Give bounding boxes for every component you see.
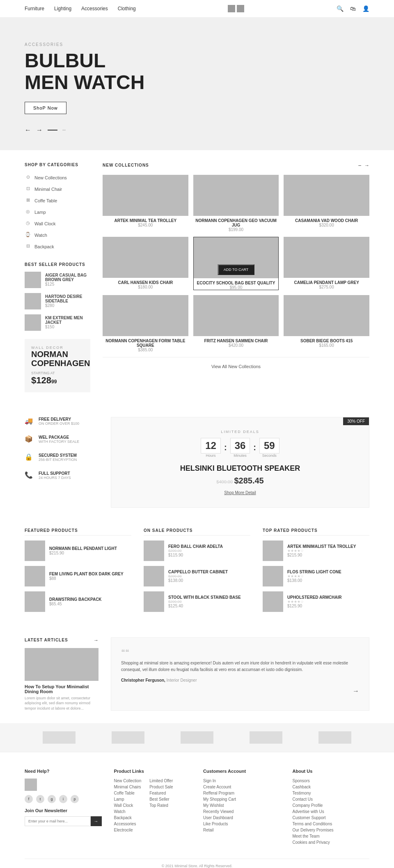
footer-link-accessories[interactable]: Accessories bbox=[114, 822, 142, 826]
featured-item-1[interactable]: FEM LIVING PLANT BOX DARK GREY $88 bbox=[25, 566, 131, 586]
nav-lighting[interactable]: Lighting bbox=[54, 6, 71, 11]
countdown-hours-label: Hours bbox=[201, 453, 221, 458]
footer-link-company-profile[interactable]: Company Profile bbox=[293, 803, 370, 808]
nav-clothing[interactable]: Clothing bbox=[118, 6, 136, 11]
footer-link-wall-clock[interactable]: Wall Clock bbox=[114, 803, 142, 808]
footer-link-sponsors[interactable]: Sponsors bbox=[293, 779, 370, 783]
footer-link-terms[interactable]: Terms and Conditions bbox=[293, 822, 370, 826]
footer-link-product-sale[interactable]: Product Sale bbox=[149, 785, 173, 789]
footer-link-customer-support[interactable]: Customer Support bbox=[293, 815, 370, 820]
footer-link-new-collection[interactable]: New Collection bbox=[114, 779, 142, 783]
feature-title-0: FREE DELIVERY bbox=[39, 417, 79, 421]
product-card-3[interactable]: CARL HANSEN KIDS CHAIR $180.00 bbox=[103, 237, 188, 290]
footer-link-backpack[interactable]: Backpack bbox=[114, 815, 142, 820]
featured-item-0[interactable]: NORMANN BELL PENDANT LIGHT $215.90 bbox=[25, 540, 131, 561]
best-seller-item-2[interactable]: KM EXTREME MEN JACKET $150 bbox=[25, 314, 90, 331]
product-thumb-7 bbox=[193, 295, 279, 336]
footer-link-limited-offer[interactable]: Limited Offer bbox=[149, 779, 173, 783]
product-card-5[interactable]: CAMELIA PENDANT LAMP GREY $275.00 bbox=[284, 237, 369, 290]
footer-link-delivery[interactable]: Our Delivery Promises bbox=[293, 828, 370, 832]
footer-link-minimal-chairs[interactable]: Minimal Chairs bbox=[114, 785, 142, 789]
articles-next-icon[interactable]: → bbox=[94, 637, 98, 643]
top-rated-price-1: $138.00 bbox=[287, 578, 341, 583]
product-name-2: CASAMANIA VAD WOOD CHAIR bbox=[284, 218, 369, 223]
sidebar-item-watch[interactable]: ⌚ Watch bbox=[25, 229, 90, 241]
product-card-8[interactable]: SOBER BIEGE BOOTS 415 $165.00 bbox=[284, 295, 369, 352]
footer-link-recently-viewed[interactable]: Recently Viewed bbox=[203, 809, 280, 814]
wall-label: WALL DECOR bbox=[31, 346, 84, 350]
sidebar-item-backpack[interactable]: ⊟ Backpack bbox=[25, 241, 90, 252]
footer-link-shopping-cart[interactable]: My Shopping Cart bbox=[203, 797, 280, 802]
on-sale-thumb-2 bbox=[144, 591, 164, 612]
featured-price-2: $65.45 bbox=[49, 602, 102, 606]
product-card-6[interactable]: NORMANN COPENHAGEN FORM TABLE SQUARE $38… bbox=[103, 295, 188, 352]
footer-link-refferal[interactable]: Refferal Program bbox=[203, 791, 280, 795]
hero-dot-active bbox=[48, 130, 57, 131]
on-sale-item-1[interactable]: CAPPELLO BUTTER CABINET $200.00 $138.00 bbox=[144, 566, 250, 586]
facebook-icon[interactable]: f bbox=[25, 795, 33, 803]
add-to-cart-button[interactable]: ADD TO CART bbox=[218, 264, 254, 275]
search-icon[interactable]: 🔍 bbox=[337, 5, 344, 12]
footer-link-electrocile[interactable]: Electrocile bbox=[114, 828, 142, 832]
deals-link[interactable]: Shop More Detail bbox=[124, 490, 357, 495]
product-card-7[interactable]: FRITZ HANSEN SAMMEN CHAIR $420.00 bbox=[193, 295, 279, 352]
article-name[interactable]: How To Setup Your Minimalist Dining Room bbox=[25, 684, 98, 694]
bag-icon[interactable]: 🛍 bbox=[350, 5, 356, 12]
footer-link-testimony[interactable]: Testimony bbox=[293, 791, 370, 795]
footer-link-sign-in[interactable]: Sign In bbox=[203, 779, 280, 783]
view-all-button[interactable]: View All New Collections bbox=[103, 357, 369, 376]
testimonial-next-arrow[interactable]: → bbox=[353, 687, 359, 694]
footer-link-like-products[interactable]: Like Products bbox=[203, 822, 280, 826]
twitter-icon[interactable]: t bbox=[36, 795, 44, 803]
footer-link-dashboard[interactable]: User Dashboard bbox=[203, 815, 280, 820]
sidebar-item-lamp[interactable]: ◎ Lamp bbox=[25, 206, 90, 218]
footer-link-cookies[interactable]: Cookies and Privacy bbox=[293, 840, 370, 845]
pinterest-icon[interactable]: p bbox=[71, 795, 79, 803]
footer-link-lamp[interactable]: Lamp bbox=[114, 797, 142, 802]
deals-old-price: $400.00 bbox=[216, 479, 233, 484]
top-rated-item-0[interactable]: ARTEK MINIMALIST TEA TROLLEY ★★★★☆ $215.… bbox=[263, 540, 369, 561]
footer-link-best-seller[interactable]: Best Seller bbox=[149, 797, 173, 802]
footer-link-advertise[interactable]: Advertise with Us bbox=[293, 809, 370, 814]
nav-accessories[interactable]: Accessories bbox=[81, 6, 108, 11]
bs-name-0: AIGER CASUAL BAG BROWN GREY bbox=[45, 273, 90, 282]
user-icon[interactable]: 👤 bbox=[362, 5, 369, 12]
footer-link-cashback[interactable]: Cashback bbox=[293, 785, 370, 789]
hero-title-line1: BULBUL bbox=[25, 50, 369, 72]
featured-item-2[interactable]: DRAWSTRING BACKPACK $65.45 bbox=[25, 591, 131, 612]
sidebar-item-minimal-chair[interactable]: ⊡ Minimal Chair bbox=[25, 183, 90, 195]
footer-link-retail[interactable]: Retail bbox=[203, 828, 280, 832]
hero-cta-button[interactable]: ShoP Now bbox=[25, 102, 66, 114]
sidebar-item-new-collections[interactable]: ⊙ New Collections bbox=[25, 172, 90, 183]
footer-link-featured[interactable]: Featured bbox=[149, 791, 173, 795]
footer-link-coffe-table[interactable]: Coffe Table bbox=[114, 791, 142, 795]
top-rated-item-1[interactable]: FLOS STRING LIGHT CONE ★★★★☆ $138.00 bbox=[263, 566, 369, 586]
newsletter-submit[interactable]: → bbox=[91, 816, 102, 826]
sidebar-item-wall-clock[interactable]: ◷ Wall Clock bbox=[25, 218, 90, 229]
footer-link-create-account[interactable]: Create Account bbox=[203, 785, 280, 789]
on-sale-item-0[interactable]: FERO BALL CHAIR ADELTA $200.00 $115.90 bbox=[144, 540, 250, 561]
best-seller-item-0[interactable]: AIGER CASUAL BAG BROWN GREY $125 bbox=[25, 272, 90, 288]
product-card-4[interactable]: ECOCITY SCHOOL BAG BEST QUALITY $95.00 A… bbox=[193, 237, 279, 290]
collections-next[interactable]: → bbox=[364, 163, 369, 168]
hero-prev-arrow[interactable]: ← bbox=[25, 126, 31, 134]
sidebar-item-coffe-table[interactable]: ⊠ Coffe Table bbox=[25, 195, 90, 206]
newsletter-input[interactable] bbox=[25, 816, 91, 826]
testimonial-nav: → bbox=[121, 687, 359, 695]
hero-next-arrow[interactable]: → bbox=[36, 126, 43, 134]
nav-furniture[interactable]: Furniture bbox=[25, 6, 44, 11]
product-card-0[interactable]: ARTEK MINIMAL TEA TROLLEY $245.00 bbox=[103, 175, 188, 232]
footer-link-meet-team[interactable]: Meet the Team bbox=[293, 834, 370, 838]
collections-prev[interactable]: – bbox=[358, 163, 361, 168]
top-rated-item-2[interactable]: UPHOLSTERED ARMCHAIR ★★★★☆ $125.90 bbox=[263, 591, 369, 612]
footer-link-watch[interactable]: Watch bbox=[114, 809, 142, 814]
footer-link-contact[interactable]: Contact Us bbox=[293, 797, 370, 802]
best-seller-item-1[interactable]: HARTONO DESIRE SIDETABLE $280 bbox=[25, 293, 90, 309]
on-sale-item-2[interactable]: STOOL WITH BLACK STAINED BASE $200.00 $1… bbox=[144, 591, 250, 612]
footer-link-wishlist[interactable]: My Wishlist bbox=[203, 803, 280, 808]
footer-link-top-rated[interactable]: Top Rated bbox=[149, 803, 173, 808]
instagram-icon[interactable]: i bbox=[59, 795, 67, 803]
product-card-2[interactable]: CASAMANIA VAD WOOD CHAIR $320.00 bbox=[284, 175, 369, 232]
product-card-1[interactable]: NORMANN COPENHAGEN GEO VACUUM JUG $199.0… bbox=[193, 175, 279, 232]
google-icon[interactable]: g bbox=[48, 795, 56, 803]
